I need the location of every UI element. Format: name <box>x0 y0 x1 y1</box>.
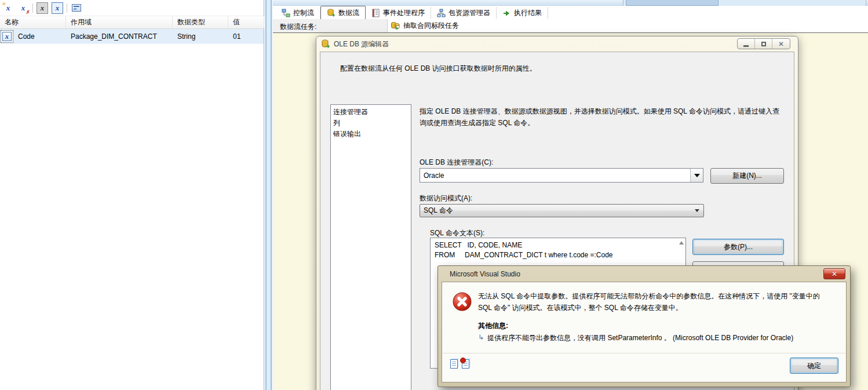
minimize-icon <box>743 45 749 47</box>
tab-label: 控制流 <box>293 8 314 18</box>
data-flow-task-label: 数据流任务: <box>280 22 316 32</box>
toolbar-separator <box>67 3 67 13</box>
ssis-designer-screen: x ✳ x ✗ x x 名称 作用域 数据类型 值 <box>0 0 868 390</box>
add-variable-icon[interactable]: x ✳ <box>2 2 14 14</box>
column-header-type[interactable]: 数据类型 <box>173 16 228 28</box>
package-explorer-icon <box>437 9 446 17</box>
data-flow-task-selector[interactable]: 抽取合同标段任务 <box>387 19 868 32</box>
error-dialog-title: Microsoft Visual Studio <box>450 270 520 278</box>
access-mode-value: SQL 命令 <box>420 206 695 216</box>
control-flow-icon <box>282 9 290 17</box>
sql-text-line2: FROM DAM_CONTRACT_DICT t where t.code =:… <box>435 250 675 260</box>
variable-box-glyph: x <box>2 32 12 41</box>
nav-item-error-output[interactable]: 错误输出 <box>331 129 411 140</box>
close-button[interactable]: ✕ <box>772 39 790 49</box>
event-handlers-icon <box>371 9 380 17</box>
error-dialog-body: 无法从 SQL 命令中提取参数。提供程序可能无法帮助分析命令中的参数信息。在这种… <box>442 282 847 382</box>
ole-db-source-icon <box>321 39 330 49</box>
variable-glyph: x <box>5 32 9 40</box>
tab-label: 数据流 <box>338 8 359 18</box>
error-dialog-title-bar[interactable]: Microsoft Visual Studio <box>438 266 850 282</box>
variable-glyph: x <box>6 4 10 12</box>
scroll-up-icon[interactable] <box>679 241 684 245</box>
editor-instructions: 指定 OLE DB 连接管理器、数据源或数据源视图，并选择数据访问模式。如果使用… <box>420 105 783 129</box>
ok-button[interactable]: 确定 <box>790 358 838 374</box>
column-header-name[interactable]: 名称 <box>0 16 66 28</box>
copy-message-icon[interactable] <box>450 359 458 369</box>
column-header-value[interactable]: 值 <box>228 16 264 28</box>
variables-table-header: 名称 作用域 数据类型 值 <box>0 16 264 29</box>
tab-label: 执行结果 <box>514 8 542 18</box>
variable-glyph: x <box>41 4 45 12</box>
variable-icon[interactable]: x <box>1 31 13 42</box>
connection-manager-value: Oracle <box>420 172 690 180</box>
variables-toolbar: x ✳ x ✗ x x <box>0 0 264 16</box>
sql-text-line1: SELECT ID, CODE, NAME <box>435 240 675 250</box>
combo-dropdown-button[interactable] <box>690 169 703 182</box>
close-icon: ✕ <box>831 270 837 278</box>
minimize-button[interactable] <box>738 39 755 49</box>
tab-label: 包资源管理器 <box>448 8 490 18</box>
source-editor-title: OLE DB 源编辑器 <box>334 39 389 49</box>
toolbar-separator <box>32 3 33 13</box>
execution-results-icon <box>502 9 511 17</box>
clipped-tab-fragment <box>626 0 719 6</box>
connection-manager-label: OLE DB 连接管理器(C): <box>420 158 493 167</box>
parameters-button[interactable]: 参数(P)... <box>692 239 784 255</box>
tab-label: 事件处理程序 <box>383 8 425 18</box>
delete-badge: ✗ <box>25 10 30 15</box>
chevron-down-icon <box>694 174 700 177</box>
data-flow-task-bar: 数据流任务: 抽取合同标段任务 <box>273 19 868 33</box>
variable-row[interactable]: x Code Package_DIM_CONTRACT String 01 <box>0 29 264 44</box>
maximize-icon <box>761 42 766 46</box>
new-connection-button[interactable]: 新建(N)... <box>710 168 784 184</box>
nav-item-columns[interactable]: 列 <box>331 118 411 129</box>
variable-glyph: x <box>21 4 25 12</box>
detail-arrow-icon: ↳ <box>478 333 484 341</box>
data-flow-task-icon <box>391 21 400 31</box>
show-system-variables-icon[interactable]: x <box>37 2 48 14</box>
variable-value[interactable]: 01 <box>228 32 264 41</box>
editor-nav-list: 连接管理器 列 错误输出 <box>330 104 411 390</box>
connection-manager-combo[interactable]: Oracle <box>420 168 703 183</box>
variable-type: String <box>173 32 228 41</box>
show-all-variables-icon[interactable]: x <box>52 2 63 14</box>
delete-variable-icon[interactable]: x ✗ <box>17 2 29 14</box>
error-close-button[interactable]: ✕ <box>823 268 845 279</box>
sql-command-label: SQL 命令文本(S): <box>430 228 484 238</box>
tab-data-flow[interactable]: 数据流 <box>320 6 366 19</box>
tab-execution-results[interactable]: 执行结果 <box>497 7 548 19</box>
error-message: 无法从 SQL 命令中提取参数。提供程序可能无法帮助分析命令中的参数信息。在这种… <box>478 290 826 314</box>
source-editor-title-bar[interactable]: OLE DB 源编辑器 ✕ <box>316 37 798 52</box>
window-buttons: ✕ <box>737 38 790 49</box>
nav-item-connection-manager[interactable]: 连接管理器 <box>331 107 411 118</box>
column-header-scope[interactable]: 作用域 <box>66 16 173 28</box>
new-star-badge: ✳ <box>2 2 6 7</box>
access-mode-combo[interactable]: SQL 命令 <box>420 204 704 217</box>
tab-control-flow[interactable]: 控制流 <box>276 7 320 19</box>
footer-separator <box>443 353 845 353</box>
variables-panel: x ✳ x ✗ x x 名称 作用域 数据类型 值 <box>0 0 264 390</box>
copy-details-icon[interactable] <box>462 359 469 369</box>
variable-name: Code <box>18 32 35 41</box>
error-detail-row: ↳ 提供程序不能导出参数信息，没有调用 SetParameterInfo 。 (… <box>478 333 831 343</box>
variable-scope: Package_DIM_CONTRACT <box>66 32 173 41</box>
grid-glyph <box>72 4 81 12</box>
maximize-button[interactable] <box>755 39 772 49</box>
data-flow-task-value: 抽取合同标段任务 <box>403 21 459 31</box>
additional-info-label: 其他信息: <box>478 321 508 331</box>
choose-columns-icon[interactable] <box>71 2 82 14</box>
access-mode-label: 数据访问模式(A): <box>420 194 472 203</box>
close-icon: ✕ <box>778 40 784 48</box>
tab-event-handlers[interactable]: 事件处理程序 <box>366 7 431 19</box>
vs-error-dialog: Microsoft Visual Studio ✕ 无法从 SQL 命令中提取参… <box>437 265 851 387</box>
designer-tab-bar: 控制流 数据流 事件处理程序 <box>273 6 868 19</box>
designer-window-border <box>264 0 273 390</box>
error-detail-text: 提供程序不能导出参数信息，没有调用 SetParameterInfo 。 (Mi… <box>487 333 793 343</box>
footer-icons <box>450 359 469 369</box>
data-flow-icon <box>327 9 335 17</box>
variable-glyph: x <box>56 4 60 12</box>
chevron-down-icon <box>695 209 699 212</box>
tab-package-explorer[interactable]: 包资源管理器 <box>431 7 497 19</box>
error-icon <box>453 292 472 311</box>
